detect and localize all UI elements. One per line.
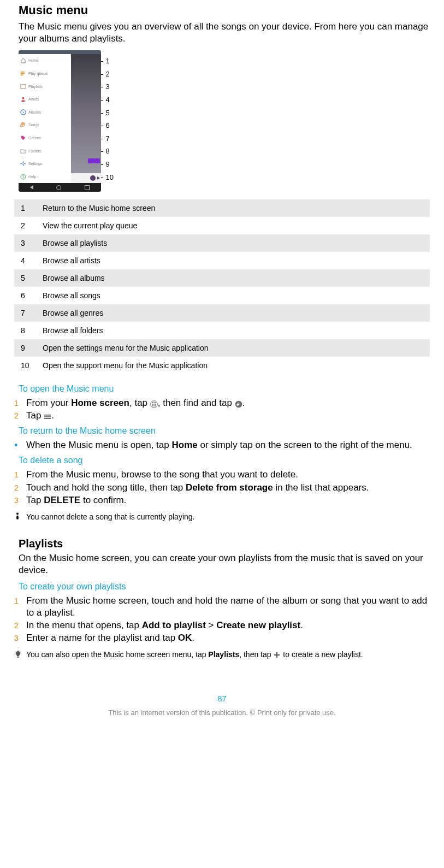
callout-number: 10: [101, 171, 113, 184]
phone-background: [71, 54, 101, 183]
callout-number: 9: [101, 158, 113, 171]
songs-icon: [20, 122, 26, 128]
ref-text: View the current play queue: [39, 217, 430, 234]
folders-icon: [20, 148, 26, 154]
step-text: Enter a name for the playlist and tap OK…: [26, 632, 430, 644]
drawer-label: Genres: [28, 136, 41, 140]
svg-rect-23: [44, 418, 51, 419]
callout-number: 4: [101, 93, 113, 107]
note-warning: You cannot delete a song that is current…: [14, 512, 430, 522]
ref-num: 9: [14, 339, 39, 357]
reference-table: 1Return to the Music home screen 2View t…: [14, 199, 430, 374]
table-row: 10Open the support menu for the Music ap…: [14, 357, 430, 374]
figure-music-menu: Home Play queue Playlists Artists Albums…: [14, 50, 430, 192]
callout-number: 6: [101, 119, 113, 132]
table-row: 2View the current play queue: [14, 217, 430, 234]
help-icon: ?: [20, 174, 26, 180]
step-text: From your Home screen, tap , then find a…: [26, 397, 430, 409]
steps-delete-song: 1From the Music menu, browse to the song…: [14, 469, 430, 506]
callout-number: 1: [101, 55, 113, 68]
svg-point-17: [152, 405, 153, 406]
ref-text: Browse all genres: [39, 304, 430, 322]
table-row: 9Open the settings menu for the Music ap…: [14, 339, 430, 357]
ref-text: Browse all playlists: [39, 234, 430, 252]
ref-text: Browse all artists: [39, 252, 430, 269]
drawer-label: Folders: [28, 149, 41, 153]
svg-rect-26: [17, 657, 19, 657]
back-icon: [30, 185, 33, 190]
playlists-icon: [20, 84, 26, 90]
table-row: 1Return to the Music home screen: [14, 199, 430, 217]
svg-point-24: [16, 512, 19, 515]
phone-mock: Home Play queue Playlists Artists Albums…: [19, 50, 101, 192]
home-icon: [20, 57, 26, 63]
hamburger-icon: [44, 412, 51, 420]
ref-num: 1: [14, 199, 39, 217]
step-text: From the Music menu, browse to the song …: [26, 469, 430, 481]
note-tip: You can also open the Music home screen …: [14, 649, 430, 660]
table-row: 3Browse all playlists: [14, 234, 430, 252]
drawer-label: Settings: [28, 162, 42, 166]
svg-point-11: [152, 402, 153, 403]
phone-drawer: Home Play queue Playlists Artists Albums…: [19, 54, 71, 183]
genres-icon: [20, 135, 26, 141]
queue-icon: [20, 70, 26, 76]
drawer-label: Artists: [28, 97, 39, 101]
svg-point-18: [153, 405, 155, 406]
svg-rect-1: [21, 73, 25, 74]
note-text: You cannot delete a song that is current…: [26, 512, 430, 522]
plus-icon: [273, 651, 281, 659]
tip-text: You can also open the Music home screen …: [26, 649, 430, 660]
svg-rect-25: [16, 516, 19, 519]
mini-player: [71, 173, 101, 183]
drawer-label: Playlists: [28, 85, 43, 88]
drawer-label: Albums: [28, 110, 41, 114]
svg-rect-0: [21, 72, 25, 73]
step-text: From the Music home screen, touch and ho…: [26, 595, 430, 619]
svg-rect-21: [44, 415, 51, 416]
subheading-open-menu: To open the Music menu: [14, 384, 430, 394]
drawer-label: Help: [28, 175, 36, 179]
step-text: Touch and hold the song title, then tap …: [26, 482, 430, 494]
music-app-icon: [235, 399, 242, 407]
ref-text: Browse all songs: [39, 287, 430, 304]
subheading-delete-song: To delete a song: [14, 456, 430, 465]
ref-num: 7: [14, 304, 39, 322]
table-row: 5Browse all albums: [14, 269, 430, 287]
subheading-return-home: To return to the Music home screen: [14, 426, 430, 436]
callout-number: 2: [101, 68, 113, 81]
callout-number: 8: [101, 145, 113, 158]
recents-icon: [85, 185, 90, 190]
ref-num: 5: [14, 269, 39, 287]
warning-icon: [14, 512, 26, 520]
drawer-label: Songs: [28, 123, 39, 127]
ref-num: 4: [14, 252, 39, 269]
svg-point-16: [155, 404, 156, 405]
svg-text:?: ?: [22, 175, 25, 179]
svg-point-13: [155, 402, 156, 403]
svg-rect-22: [44, 416, 51, 417]
svg-point-7: [22, 163, 25, 165]
ref-num: 10: [14, 357, 39, 374]
ref-num: 3: [14, 234, 39, 252]
ref-text: Open the support menu for the Music appl…: [39, 357, 430, 374]
section-intro: The Music menu gives you an overview of …: [14, 21, 430, 45]
playlists-intro: On the Music home screen, you can create…: [14, 552, 430, 576]
drawer-label: Home: [28, 58, 39, 62]
home-nav-icon: [56, 185, 61, 190]
callout-number: 5: [101, 107, 113, 120]
svg-rect-29: [274, 654, 280, 656]
step-text: In the menu that opens, tap Add to playl…: [26, 619, 430, 631]
ref-num: 8: [14, 322, 39, 339]
apps-grid-icon: [150, 399, 158, 407]
step-text: Tap .: [26, 410, 430, 422]
svg-rect-27: [17, 657, 19, 658]
svg-point-19: [155, 405, 156, 406]
step-text: Tap DELETE to confirm.: [26, 494, 430, 506]
albums-icon: [20, 109, 26, 115]
footer-text: This is an internet version of this publ…: [14, 708, 430, 717]
svg-rect-3: [21, 85, 26, 88]
page-number: 87: [14, 694, 430, 703]
settings-icon: [20, 161, 26, 167]
section-title-music-menu: Music menu: [14, 3, 430, 17]
